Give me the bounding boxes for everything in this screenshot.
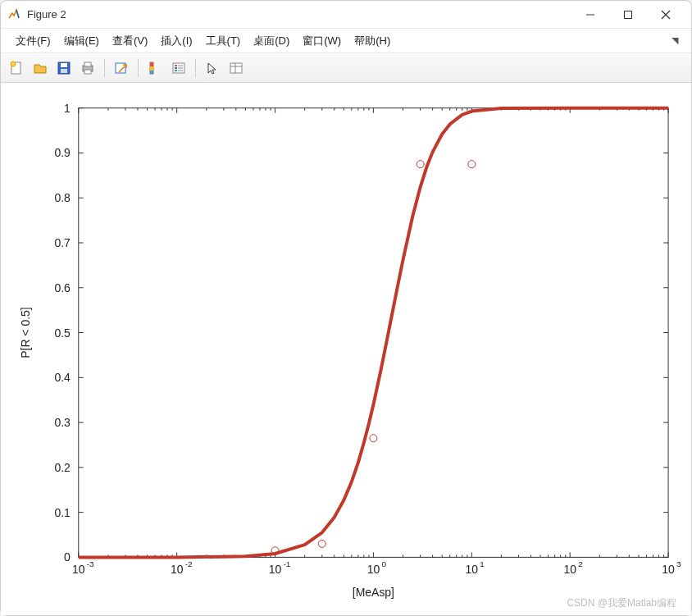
menu-file[interactable]: 文件(F) [9, 30, 57, 52]
svg-point-5 [11, 62, 16, 66]
svg-text:10: 10 [563, 563, 576, 576]
svg-rect-10 [84, 62, 91, 66]
svg-text:10: 10 [662, 563, 675, 576]
svg-text:10: 10 [171, 563, 184, 576]
svg-text:[MeAsp]: [MeAsp] [353, 586, 394, 599]
menu-tools[interactable]: 工具(T) [199, 30, 248, 52]
svg-text:1: 1 [64, 102, 71, 115]
window-title: Figure 2 [27, 8, 66, 21]
menubar: 文件(F) 编辑(E) 查看(V) 插入(I) 工具(T) 桌面(D) 窗口(W… [1, 29, 691, 53]
titlebar: Figure 2 [1, 1, 691, 29]
svg-text:10: 10 [367, 563, 380, 576]
menu-desktop[interactable]: 桌面(D) [247, 30, 296, 52]
svg-text:0.6: 0.6 [54, 281, 71, 294]
svg-text:0.5: 0.5 [54, 326, 71, 340]
svg-text:-2: -2 [185, 559, 193, 568]
svg-rect-15 [150, 66, 153, 71]
figure-window: Figure 2 文件(F) 编辑(E) 查看(V) 插入(I) 工具(T) 桌… [0, 0, 692, 616]
svg-text:2: 2 [578, 559, 583, 568]
svg-text:0.8: 0.8 [54, 191, 71, 204]
svg-text:0.1: 0.1 [54, 506, 71, 519]
svg-text:0.4: 0.4 [54, 371, 71, 384]
svg-text:-1: -1 [284, 559, 291, 568]
save-button[interactable] [53, 57, 75, 79]
svg-rect-19 [175, 70, 177, 71]
svg-text:0: 0 [64, 550, 71, 564]
svg-text:-3: -3 [87, 559, 94, 568]
svg-rect-1 [625, 11, 632, 18]
plot-area[interactable]: 10-310-210-110010110210300.10.20.30.40.5… [1, 83, 691, 615]
menu-view[interactable]: 查看(V) [106, 30, 154, 52]
toolbar [1, 53, 691, 83]
svg-text:10: 10 [72, 563, 85, 576]
svg-rect-23 [230, 63, 242, 73]
menu-insert[interactable]: 插入(I) [154, 30, 198, 52]
svg-rect-8 [61, 69, 67, 73]
svg-text:0.3: 0.3 [54, 416, 71, 429]
menu-overflow-icon[interactable]: ◥ [672, 35, 683, 46]
svg-rect-17 [175, 65, 177, 66]
print-button[interactable] [77, 57, 98, 79]
matlab-icon [7, 8, 20, 21]
menu-help[interactable]: 帮助(H) [348, 30, 397, 52]
maximize-button[interactable] [609, 2, 647, 27]
svg-text:0.7: 0.7 [54, 236, 71, 249]
inspector-button[interactable] [225, 57, 247, 79]
open-button[interactable] [30, 57, 51, 79]
chart-canvas: 10-310-210-110010110210300.10.20.30.40.5… [1, 83, 691, 615]
svg-text:0.2: 0.2 [54, 461, 71, 474]
svg-rect-18 [175, 67, 177, 69]
svg-text:0.9: 0.9 [54, 146, 71, 159]
svg-text:1: 1 [480, 559, 485, 568]
legend-button[interactable] [168, 57, 189, 79]
svg-rect-26 [79, 108, 668, 558]
svg-text:10: 10 [269, 563, 282, 576]
svg-text:P[R < 0.5]: P[R < 0.5] [19, 307, 32, 358]
link-button[interactable] [111, 57, 132, 79]
svg-text:10: 10 [466, 563, 479, 576]
svg-text:0: 0 [381, 559, 386, 568]
svg-rect-7 [61, 63, 67, 67]
menu-window[interactable]: 窗口(W) [296, 30, 348, 52]
svg-rect-14 [150, 62, 153, 66]
cursor-button[interactable] [202, 57, 223, 79]
minimize-button[interactable] [571, 2, 609, 27]
close-button[interactable] [647, 2, 685, 27]
menu-edit[interactable]: 编辑(E) [57, 30, 106, 52]
colorbar-button[interactable] [144, 57, 166, 79]
new-button[interactable] [6, 57, 27, 79]
svg-rect-11 [84, 70, 91, 74]
svg-text:3: 3 [676, 559, 681, 568]
